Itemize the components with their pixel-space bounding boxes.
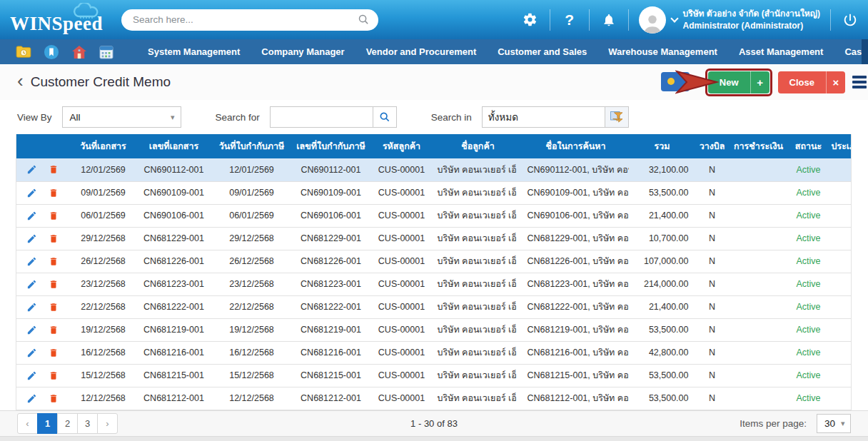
- edit-icon[interactable]: [26, 256, 38, 267]
- items-per-page-select[interactable]: 30 ▾: [817, 414, 851, 433]
- col-total[interactable]: รวม: [629, 134, 696, 158]
- col-tax-date[interactable]: วันที่ใบกำกับภาษี: [212, 134, 292, 158]
- delete-icon[interactable]: [49, 279, 60, 290]
- cell-doc-type: [829, 181, 852, 204]
- back-button[interactable]: ‹: [17, 71, 24, 90]
- cell-status: Active: [789, 295, 829, 318]
- edit-icon[interactable]: [26, 348, 38, 358]
- col-cust-code[interactable]: รหัสลูกค้า: [370, 134, 433, 158]
- cell-tax-no: CN681222-001: [292, 295, 370, 318]
- edit-icon[interactable]: [26, 370, 38, 381]
- user-menu[interactable]: บริษัท ตัวอย่าง จำกัด (สำนักงานใหญ่) Adm…: [639, 6, 820, 34]
- nav-item-warehouse-management[interactable]: Warehouse Management: [597, 46, 728, 57]
- cell-doc-type: [829, 318, 852, 341]
- page-button-1[interactable]: 1: [37, 413, 58, 434]
- col-doc-type[interactable]: ประเภทเอ: [829, 134, 852, 158]
- row-actions: [16, 387, 71, 410]
- cell-payment: [729, 295, 789, 318]
- global-search-input[interactable]: [121, 9, 378, 31]
- row-actions: [16, 181, 71, 204]
- col-billing[interactable]: วางบิล: [696, 134, 729, 158]
- edit-icon[interactable]: [26, 393, 38, 404]
- nav-item-company-manager[interactable]: Company Manager: [251, 46, 355, 57]
- row-actions: [16, 204, 71, 227]
- search-in-input[interactable]: [482, 106, 605, 128]
- cell-doc-no: CN690109-001: [136, 181, 212, 204]
- edit-icon[interactable]: [26, 279, 38, 290]
- edit-icon[interactable]: [26, 164, 38, 175]
- next-page-button[interactable]: ›: [97, 413, 118, 434]
- edit-icon[interactable]: [26, 188, 38, 198]
- edit-icon[interactable]: [26, 325, 38, 335]
- nav-item-vendor-and-procurement[interactable]: Vendor and Procurement: [355, 46, 488, 57]
- col-payment[interactable]: การชำระเงิน: [729, 134, 789, 158]
- page-button-2[interactable]: 2: [57, 413, 78, 434]
- filter-funnel-button[interactable]: [605, 106, 629, 128]
- col-cust-name[interactable]: ชื่อลูกค้า: [433, 134, 523, 158]
- close-x-section[interactable]: ×: [827, 76, 845, 88]
- cell-payment: [729, 364, 789, 387]
- user-info: บริษัท ตัวอย่าง จำกัด (สำนักงานใหญ่) Adm…: [683, 8, 820, 31]
- table-row[interactable]: 23/12/2568 CN681223-001 23/12/2568 CN681…: [16, 273, 852, 295]
- cell-cust-name: บริษัท คอนเวเยอร์ เอ็: [433, 250, 523, 273]
- settings-button[interactable]: [521, 11, 540, 29]
- table-row[interactable]: 16/12/2568 CN681216-001 16/12/2568 CN681…: [16, 341, 852, 364]
- delete-icon[interactable]: [49, 348, 60, 358]
- close-button[interactable]: Close ×: [778, 71, 845, 93]
- winspeed-logo[interactable]: WINSpeed: [10, 4, 110, 35]
- edit-icon[interactable]: [26, 211, 38, 221]
- avatar: [639, 6, 666, 34]
- col-doc-no[interactable]: เลขที่เอกสาร: [136, 134, 212, 158]
- view-by-select[interactable]: All ▾: [62, 106, 181, 128]
- table-row[interactable]: 26/12/2568 CN681226-001 26/12/2568 CN681…: [16, 250, 852, 273]
- cell-search-name: CN690112-001, บริษัท คอนเว: [523, 158, 629, 181]
- cell-billing: N: [696, 158, 729, 181]
- table-row[interactable]: 29/12/2568 CN681229-001 29/12/2568 CN681…: [16, 227, 852, 250]
- search-for-input[interactable]: [270, 106, 373, 128]
- notifications-button[interactable]: [600, 11, 618, 29]
- new-plus-section[interactable]: +: [751, 76, 769, 88]
- delete-icon[interactable]: [49, 393, 60, 404]
- logout-button[interactable]: [841, 11, 859, 29]
- search-icon: [379, 111, 390, 123]
- cell-billing: N: [696, 295, 729, 318]
- row-actions: [16, 364, 71, 387]
- help-button[interactable]: ?: [560, 11, 579, 29]
- edit-icon[interactable]: [26, 302, 38, 313]
- col-status[interactable]: สถานะ: [789, 134, 829, 158]
- bookmark-icon[interactable]: [44, 44, 59, 60]
- table-row[interactable]: 22/12/2568 CN681222-001 22/12/2568 CN681…: [16, 295, 852, 318]
- recent-documents-icon[interactable]: [16, 44, 31, 60]
- delete-icon[interactable]: [49, 233, 60, 244]
- table-row[interactable]: 09/01/2569 CN690109-001 09/01/2569 CN690…: [16, 181, 852, 204]
- delete-icon[interactable]: [49, 302, 60, 313]
- delete-icon[interactable]: [49, 370, 60, 381]
- cell-status: Active: [789, 227, 829, 250]
- table-row[interactable]: 19/12/2568 CN681219-001 19/12/2568 CN681…: [16, 318, 852, 341]
- edit-icon[interactable]: [26, 233, 38, 244]
- col-doc-date[interactable]: วันที่เอกสาร: [71, 134, 136, 158]
- col-tax-no[interactable]: เลขที่ใบกำกับภาษี: [292, 134, 370, 158]
- delete-icon[interactable]: [49, 256, 60, 267]
- cell-search-name: CN681215-001, บริษัท คอนเว: [523, 364, 629, 387]
- delete-icon[interactable]: [49, 164, 60, 175]
- delete-icon[interactable]: [49, 325, 60, 335]
- nav-item-system-management[interactable]: System Management: [137, 46, 251, 57]
- delete-icon[interactable]: [49, 211, 60, 221]
- table-row[interactable]: 12/12/2568 CN681212-001 12/12/2568 CN681…: [16, 387, 852, 410]
- table-row[interactable]: 15/12/2568 CN681215-001 15/12/2568 CN681…: [16, 364, 852, 387]
- prev-page-button[interactable]: ‹: [17, 413, 38, 434]
- table-row[interactable]: 06/01/2569 CN690106-001 06/01/2569 CN690…: [16, 204, 852, 227]
- col-search-name[interactable]: ชื่อในการค้นหา: [523, 134, 629, 158]
- nav-item-asset-management[interactable]: Asset Management: [728, 46, 834, 57]
- global-search[interactable]: [121, 9, 378, 31]
- calendar-icon[interactable]: [99, 44, 113, 60]
- home-icon[interactable]: [71, 44, 87, 60]
- cell-doc-type: [829, 364, 852, 387]
- search-for-button[interactable]: [373, 106, 397, 128]
- page-button-3[interactable]: 3: [77, 413, 98, 434]
- delete-icon[interactable]: [49, 188, 60, 198]
- nav-item-customer-and-sales[interactable]: Customer and Sales: [487, 46, 597, 57]
- table-row[interactable]: 12/01/2569 CN690112-001 12/01/2569 CN690…: [16, 158, 852, 181]
- menu-lines-icon[interactable]: [852, 76, 867, 88]
